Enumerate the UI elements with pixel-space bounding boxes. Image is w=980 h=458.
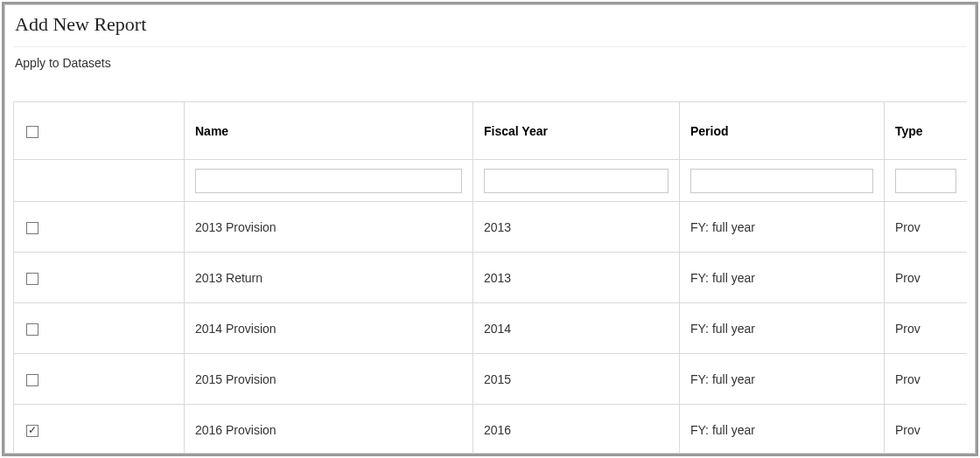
table-row[interactable]: 2013 Provision2013FY: full yearProv [14,202,968,253]
cell-period: FY: full year [680,202,885,253]
table-row[interactable]: 2015 Provision2015FY: full yearProv [14,354,968,405]
header-fiscal-year[interactable]: Fiscal Year [473,102,680,160]
table-row[interactable]: 2013 Return2013FY: full yearProv [14,253,968,303]
cell-name: 2013 Return [185,253,473,303]
table-row[interactable]: 2014 Provision2014FY: full yearProv [14,303,968,354]
cell-fiscal-year: 2013 [473,202,680,253]
cell-checkbox [14,405,185,455]
datasets-table: Name Fiscal Year Period Type [13,101,967,455]
cell-type: Prov [885,253,968,303]
header-name[interactable]: Name [185,102,473,160]
filter-name-input[interactable] [195,169,462,193]
header-type[interactable]: Type [885,102,968,160]
page-title: Add New Report [13,11,967,46]
cell-fiscal-year: 2013 [473,253,680,303]
header-select-all [14,102,185,160]
filter-cell-empty [14,160,185,202]
window-frame: Add New Report Apply to Datasets Name Fi… [2,2,978,456]
filter-fiscal-year-input[interactable] [484,169,668,193]
row-checkbox[interactable] [26,323,38,336]
cell-name: 2013 Provision [185,202,473,253]
select-all-checkbox[interactable] [26,126,38,138]
cell-fiscal-year: 2015 [473,354,680,405]
header-period[interactable]: Period [680,102,885,160]
row-checkbox[interactable] [26,425,38,437]
cell-checkbox [14,202,185,253]
cell-period: FY: full year [680,253,885,303]
cell-period: FY: full year [680,354,885,405]
cell-period: FY: full year [680,405,885,455]
section-label: Apply to Datasets [13,46,967,75]
cell-name: 2015 Provision [185,354,473,405]
row-checkbox[interactable] [26,222,38,234]
table-header-row: Name Fiscal Year Period Type [14,102,968,160]
filter-period-input[interactable] [690,169,873,193]
cell-type: Prov [885,303,968,354]
row-checkbox[interactable] [26,374,38,386]
cell-type: Prov [885,202,968,253]
filter-cell-period [680,160,885,202]
cell-checkbox [14,303,185,354]
cell-type: Prov [885,354,968,405]
filter-cell-fiscal-year [473,160,680,202]
filter-cell-type [885,160,968,202]
spacer [13,75,967,101]
cell-checkbox [14,354,185,405]
cell-name: 2014 Provision [185,303,473,354]
cell-period: FY: full year [680,303,885,354]
filter-cell-name [185,160,473,202]
cell-type: Prov [885,405,968,455]
table-row[interactable]: 2016 Provision2016FY: full yearProv [14,405,968,455]
cell-fiscal-year: 2014 [473,303,680,354]
cell-name: 2016 Provision [185,405,473,455]
filter-type-input[interactable] [895,169,956,193]
row-checkbox[interactable] [26,273,38,285]
cell-fiscal-year: 2016 [473,405,680,455]
cell-checkbox [14,253,185,303]
table-filter-row [14,160,968,202]
